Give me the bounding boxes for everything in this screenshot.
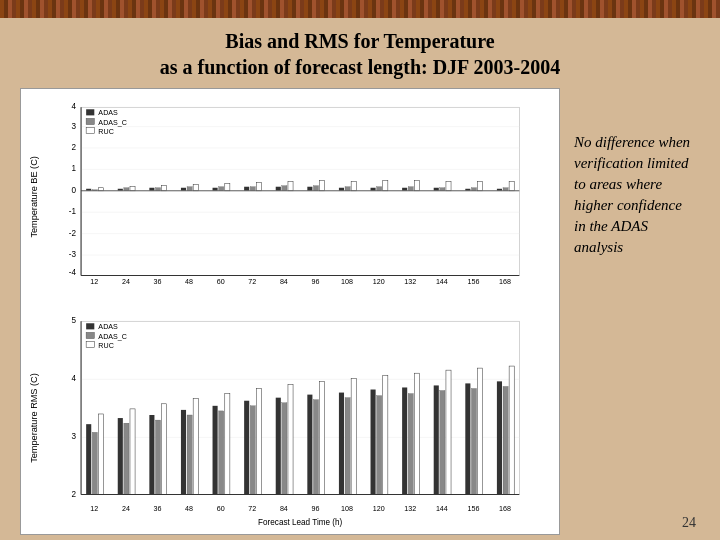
svg-rect-48 [244,187,249,191]
svg-rect-128 [288,384,293,494]
svg-text:0: 0 [71,186,76,195]
svg-rect-146 [478,368,483,494]
svg-text:156: 156 [468,278,480,286]
svg-rect-124 [250,406,255,495]
svg-rect-133 [345,398,350,495]
svg-rect-148 [503,386,508,494]
svg-text:12: 12 [90,505,98,513]
svg-rect-108 [86,424,91,494]
svg-rect-115 [155,420,160,494]
svg-text:84: 84 [280,278,288,286]
svg-rect-110 [98,414,103,495]
svg-text:48: 48 [185,505,193,513]
svg-rect-132 [339,392,344,494]
svg-rect-50 [256,183,261,191]
svg-rect-52 [282,186,287,191]
svg-text:-1: -1 [69,207,77,216]
svg-rect-117 [181,410,186,495]
svg-rect-116 [162,404,167,495]
svg-rect-154 [86,341,94,347]
svg-text:2: 2 [71,489,76,498]
svg-rect-111 [118,418,123,494]
svg-text:144: 144 [436,505,448,513]
svg-text:3: 3 [71,122,76,131]
svg-rect-59 [351,182,356,191]
svg-text:2: 2 [71,143,76,152]
svg-text:Forecast Lead Time (h): Forecast Lead Time (h) [258,518,342,527]
svg-text:24: 24 [122,505,130,513]
bias-chart: Temperature BE (C) 0 1 2 [25,93,555,301]
svg-rect-114 [149,415,154,495]
svg-text:3: 3 [71,432,76,441]
svg-rect-129 [307,394,312,494]
svg-rect-74 [509,182,514,191]
svg-rect-112 [124,423,129,494]
page-number: 24 [682,515,696,531]
svg-rect-118 [187,415,192,495]
svg-rect-38 [130,187,135,191]
svg-rect-127 [282,403,287,495]
svg-rect-44 [193,185,198,191]
svg-text:132: 132 [404,505,416,513]
svg-rect-51 [276,187,281,191]
svg-rect-143 [446,370,451,494]
decorative-top-bar [0,0,720,18]
svg-rect-62 [383,181,388,191]
svg-text:24: 24 [122,278,130,286]
svg-text:4: 4 [71,102,76,111]
svg-rect-152 [86,332,94,338]
svg-text:4: 4 [71,374,76,383]
svg-text:12: 12 [90,278,98,286]
svg-rect-80 [86,128,94,134]
svg-text:96: 96 [312,505,320,513]
svg-rect-149 [509,366,514,494]
svg-rect-137 [383,375,388,494]
svg-text:96: 96 [312,278,320,286]
svg-text:120: 120 [373,505,385,513]
svg-rect-58 [345,187,350,191]
svg-text:108: 108 [341,278,353,286]
svg-rect-134 [351,378,356,494]
svg-rect-109 [92,432,97,494]
svg-rect-141 [434,385,439,494]
svg-rect-142 [440,390,445,494]
svg-rect-43 [187,187,192,191]
svg-text:ADAS: ADAS [98,109,118,117]
annotation-area: No difference when verification limited … [570,88,700,535]
svg-text:36: 36 [154,278,162,286]
svg-rect-135 [371,389,376,494]
svg-rect-53 [288,182,293,191]
annotation-text: No difference when verification limited … [574,132,696,258]
svg-rect-131 [320,381,325,494]
svg-rect-123 [244,401,249,495]
svg-text:ADAS_C: ADAS_C [98,332,127,340]
svg-text:Temperature RMS (C): Temperature RMS (C) [29,373,39,463]
svg-text:ADAS_C: ADAS_C [98,119,127,127]
svg-text:132: 132 [404,278,416,286]
svg-rect-147 [497,381,502,494]
svg-rect-150 [86,323,94,329]
title-line1: Bias and RMS for Temperature [160,28,561,54]
svg-rect-41 [162,186,167,191]
svg-text:144: 144 [436,278,448,286]
svg-text:60: 60 [217,278,225,286]
svg-text:ADAS: ADAS [98,323,118,331]
svg-rect-144 [465,383,470,494]
svg-rect-78 [86,118,94,124]
svg-rect-61 [377,187,382,191]
svg-rect-125 [256,388,261,494]
svg-text:156: 156 [468,505,480,513]
svg-text:36: 36 [154,505,162,513]
svg-text:-3: -3 [69,250,77,259]
svg-text:RUC: RUC [98,128,113,136]
body-area: Temperature BE (C) 0 1 2 [20,88,700,535]
svg-text:168: 168 [499,505,511,513]
svg-rect-119 [193,399,198,495]
svg-text:108: 108 [341,505,353,513]
svg-rect-126 [276,398,281,495]
svg-rect-54 [307,187,312,191]
rms-chart: Temperature RMS (C) 5 4 3 2 12 24 36 48 [25,307,555,530]
main-content: Bias and RMS for Temperature as a functi… [0,18,720,540]
svg-rect-136 [377,395,382,494]
svg-rect-56 [320,181,325,191]
